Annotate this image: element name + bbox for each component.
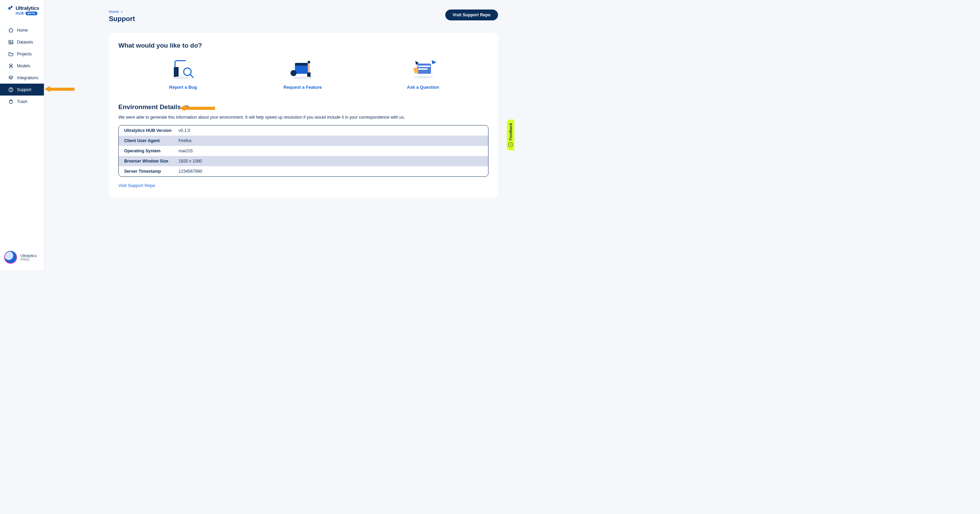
action-ask-question[interactable]: Ask a Question <box>403 55 442 92</box>
svg-rect-17 <box>307 72 310 77</box>
feedback-tab[interactable]: Feedback <box>507 120 514 151</box>
trash-icon <box>8 99 14 105</box>
svg-rect-2 <box>9 40 13 44</box>
svg-line-10 <box>190 75 194 78</box>
svg-rect-13 <box>295 63 308 66</box>
svg-point-14 <box>291 70 297 76</box>
visit-support-repo-link[interactable]: Visit Support Repo <box>118 183 155 188</box>
avatar <box>4 251 17 264</box>
table-row: Client User Agent Firefox <box>119 136 488 146</box>
svg-point-5 <box>11 90 11 91</box>
feature-illustration-icon <box>288 57 318 81</box>
svg-point-1 <box>11 6 12 8</box>
sidebar-item-label: Trash <box>17 99 27 104</box>
env-val: 1920 x 1080 <box>178 159 202 163</box>
table-row: Server Timestamp 1234567890 <box>119 166 488 176</box>
env-key: Browser Window Size <box>124 159 178 163</box>
sidebar-item-home[interactable]: Home <box>0 24 44 36</box>
action-report-bug[interactable]: Report a Bug <box>164 55 202 92</box>
sidebar-nav: Home Datasets Projects Models Integratio… <box>0 24 44 108</box>
smile-icon <box>508 142 513 147</box>
sidebar-item-datasets[interactable]: Datasets <box>0 36 44 48</box>
user-block[interactable]: Ultralytics FREE <box>0 246 44 270</box>
env-key: Client User Agent <box>124 138 178 143</box>
copy-icon[interactable] <box>185 104 191 110</box>
env-key: Operating System <box>124 149 178 153</box>
image-icon <box>8 40 14 45</box>
svg-point-3 <box>10 41 11 42</box>
help-circle-icon <box>8 87 14 92</box>
action-row: Report a Bug Request a Feature <box>118 55 488 92</box>
breadcrumb: Home > <box>109 10 135 14</box>
svg-point-11 <box>172 76 190 79</box>
svg-point-29 <box>511 144 511 144</box>
sidebar-item-trash[interactable]: Trash <box>0 95 44 108</box>
sidebar-item-label: Support <box>17 87 31 92</box>
action-label: Request a Feature <box>283 85 322 90</box>
svg-marker-23 <box>432 60 436 64</box>
svg-point-25 <box>413 76 434 79</box>
svg-rect-6 <box>174 67 178 77</box>
bug-illustration-icon <box>168 57 198 81</box>
action-label: Report a Bug <box>169 85 197 90</box>
action-label: Ask a Question <box>407 85 439 90</box>
logo-block[interactable]: Ultralytics HUB BETA <box>0 0 44 17</box>
home-icon <box>8 27 14 33</box>
env-key: Server Timestamp <box>124 169 178 174</box>
card-heading: What would you like to do? <box>118 42 488 49</box>
table-row: Browser Window Size 1920 x 1080 <box>119 156 488 166</box>
sidebar-item-label: Projects <box>17 52 32 56</box>
env-val: v0.1.0 <box>178 128 190 133</box>
env-val: macOS <box>178 149 193 153</box>
brand-name: Ultralytics <box>16 5 39 11</box>
sidebar-item-label: Models <box>17 63 30 68</box>
user-plan: FREE <box>21 258 37 262</box>
table-row: Ultralytics HUB Version v0.1.0 <box>119 125 488 136</box>
table-row: Operating System macOS <box>119 146 488 156</box>
sidebar-item-label: Home <box>17 28 28 33</box>
question-illustration-icon <box>408 57 439 81</box>
breadcrumb-sep: > <box>121 10 123 14</box>
user-name: Ultralytics <box>21 254 37 258</box>
folder-icon <box>8 51 14 57</box>
sidebar-item-models[interactable]: Models <box>0 60 44 72</box>
page-title: Support <box>109 15 135 23</box>
topbar: Home > Support Visit Support Repo <box>109 10 498 23</box>
action-request-feature[interactable]: Request a Feature <box>280 55 325 92</box>
svg-rect-20 <box>418 66 430 67</box>
env-val: Firefox <box>178 138 191 143</box>
svg-point-9 <box>184 68 191 76</box>
svg-point-0 <box>8 7 11 10</box>
svg-rect-15 <box>308 64 310 72</box>
environment-heading: Environment Details <box>118 103 181 111</box>
sidebar-item-integrations[interactable]: Integrations <box>0 72 44 84</box>
sidebar-item-support[interactable]: Support <box>0 84 44 95</box>
svg-point-16 <box>307 61 310 63</box>
visit-support-repo-button[interactable]: Visit Support Repo <box>445 10 498 21</box>
sidebar-item-projects[interactable]: Projects <box>0 48 44 60</box>
svg-point-28 <box>510 144 511 144</box>
command-icon <box>8 63 14 69</box>
svg-rect-21 <box>418 68 428 70</box>
breadcrumb-root[interactable]: Home <box>109 10 119 14</box>
brand-sub-beta: BETA <box>25 11 37 15</box>
sidebar-item-label: Datasets <box>17 40 33 44</box>
sidebar-item-label: Integrations <box>17 76 38 80</box>
env-key: Ultralytics HUB Version <box>124 128 178 133</box>
layers-icon <box>8 75 14 81</box>
svg-rect-7 <box>175 61 175 68</box>
environment-table: Ultralytics HUB Version v0.1.0 Client Us… <box>118 125 488 177</box>
main-content: Home > Support Visit Support Repo What w… <box>44 0 514 270</box>
environment-description: We were able to generate this informatio… <box>118 115 488 120</box>
svg-rect-8 <box>175 60 186 61</box>
feedback-label: Feedback <box>509 123 512 140</box>
brand-sub-hub: HUB <box>16 11 24 15</box>
logo-mark-icon <box>8 5 14 11</box>
svg-point-18 <box>293 76 313 79</box>
env-val: 1234567890 <box>178 169 202 174</box>
support-card: What would you like to do? Report a Bug <box>109 33 498 198</box>
sidebar: Ultralytics HUB BETA Home Datasets Proje… <box>0 0 44 270</box>
